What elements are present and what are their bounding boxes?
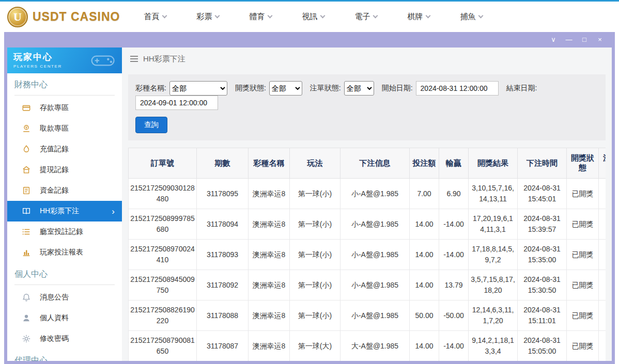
sidebar-item-funds-record[interactable]: 資金記錄 [7,180,122,201]
cell-period: 31178093 [197,240,249,270]
cell-bet-time: 2024-08-31 15:05:00 [518,331,567,361]
chevron-right-icon: › [112,207,115,216]
draw-status-select[interactable]: 全部 [269,81,302,96]
app-window: ∨—□× 玩家中心 PLAYERS CENTER 財務中心存款專區取款專區充值記… [4,32,615,364]
filter-label: 注單狀態: [310,84,341,93]
cell-bet-amount: 7.00 [410,179,439,209]
player-report-icon [22,248,31,257]
column-header-draw-result: 開獎結果 [469,148,518,179]
cell-bet-status: 有效 [599,300,606,331]
search-button[interactable]: 查詢 [135,117,167,133]
cell-bet-info: 小-A盤@1.985 [341,240,410,270]
sidebar-item-announcements[interactable]: 消息公告 [7,287,122,308]
recharge-record-icon [22,145,31,154]
sidebar-item-player-bet-report[interactable]: 玩家投注報表 [7,242,122,263]
sidebar-item-profile[interactable]: 個人資料 [7,308,122,328]
chevron-down-icon [373,13,378,19]
sidebar-item-label: 資金記錄 [40,186,69,195]
cell-bet-info: 小-A盤@1.985 [341,300,410,331]
sidebar-section-label: 個人中心 [14,269,115,280]
start-date-input[interactable] [416,81,499,96]
nav-item[interactable]: 體育 [249,12,272,22]
cell-play-type: 第一球(小) [290,209,341,240]
sidebar: 玩家中心 PLAYERS CENTER 財務中心存款專區取款專區充值記錄提現記錄… [7,48,122,361]
withdraw-icon [22,124,31,133]
cell-win-loss: -14.00 [439,240,469,270]
nav-item[interactable]: 彩票 [196,12,219,22]
sidebar-item-label: 消息公告 [40,293,69,302]
page-header: HH彩票下注 [122,48,612,70]
main-content: HH彩票下注 彩種名稱:全部開獎狀態:全部注單狀態:全部開始日期:結束日期: 查… [122,48,612,361]
sidebar-section-header: 財務中心 [14,80,115,96]
password-icon [22,334,31,343]
sidebar-item-withdraw[interactable]: 取款專區 [7,118,122,139]
cell-bet-status: 有效 [599,209,606,240]
cell-draw-result: 17,18,8,14,5,9,7,2 [469,240,518,270]
table-row: 215217250879008165031178087澳洲幸运8第一球(大)大-… [129,331,606,361]
cell-draw-result: 3,5,7,15,8,17,18,20 [469,270,518,300]
lottery-select[interactable]: 全部 [169,81,227,96]
sidebar-item-change-password[interactable]: 修改密碼 [7,328,122,349]
sidebar-header: 玩家中心 PLAYERS CENTER [7,48,122,73]
window-minimize-button[interactable]: — [561,32,577,48]
cell-order-no: 2152172508945009750 [129,270,197,300]
cell-win-loss: -14.00 [439,209,469,240]
cell-bet-time: 2024-08-31 15:39:57 [518,209,567,240]
end-date-input[interactable] [135,96,218,110]
nav-item-label: 首頁 [144,12,159,22]
cell-draw-status: 已開獎 [567,300,599,331]
sidebar-item-withdrawal-record[interactable]: 提現記錄 [7,160,122,180]
nav-item-label: 棋牌 [407,12,423,22]
chevron-down-icon [320,13,326,19]
window-close-button[interactable]: × [592,32,608,48]
window-collapse-button[interactable]: ∨ [546,32,561,48]
bets-table: 訂單號期數彩種名稱玩法下注信息投注額輸贏開獎結果下注時間開獎狀態注單狀態 215… [128,148,606,361]
filter-label: 結束日期: [506,84,537,93]
cell-bet-info: 大-A盤@1.985 [341,331,410,361]
logo[interactable]: U USDT CASINO [7,7,120,27]
cell-lottery-name: 澳洲幸运8 [249,331,290,361]
sidebar-item-room-bet-record[interactable]: 廳室投註記錄 [7,221,122,242]
gamepad-icon [89,51,118,70]
sidebar-item-hh-lottery-bets[interactable]: HH彩票下注› [7,201,122,221]
room-bet-record-icon [22,227,31,236]
menu-toggle-icon[interactable] [130,56,138,62]
column-header-draw-status: 開獎狀態 [567,148,599,179]
nav-item[interactable]: 捕魚 [460,12,483,22]
cell-bet-amount: 14.00 [410,331,439,361]
column-header-bet-time: 下注時間 [518,148,567,179]
nav-item[interactable]: 首頁 [144,12,166,22]
sidebar-item-label: 玩家投注報表 [40,248,83,257]
filter-label: 開始日期: [382,84,413,93]
cell-play-type: 第一球(小) [290,270,341,300]
sidebar-item-label: 存款專區 [40,103,69,113]
nav-item[interactable]: 棋牌 [407,12,430,22]
cell-period: 31178088 [197,300,249,331]
nav-item[interactable]: 視訊 [302,12,324,22]
cell-bet-amount: 14.00 [410,270,439,300]
chevron-down-icon [162,13,167,19]
sidebar-item-label: 修改密碼 [40,334,69,343]
column-header-lottery-name: 彩種名稱 [249,148,290,179]
sidebar-item-recharge-record[interactable]: 充值記錄 [7,139,122,160]
nav-item-label: 彩票 [196,12,212,22]
nav-item-label: 視訊 [302,12,317,22]
sidebar-item-deposit[interactable]: 存款專區 [7,98,122,118]
cell-draw-status: 已開獎 [567,240,599,270]
nav-item[interactable]: 電子 [354,12,377,22]
logo-text: USDT CASINO [33,10,120,24]
cell-win-loss: -14.00 [439,331,469,361]
chevron-down-icon [215,13,220,19]
column-header-order-no: 訂單號 [129,148,197,179]
cell-bet-status: 有效 [599,240,606,270]
chevron-down-icon [268,13,273,19]
table-row: 215217250899978568031178094澳洲幸运8第一球(小)小-… [129,209,606,240]
table-row: 215217250903012848031178095澳洲幸运8第一球(小)小-… [129,179,606,209]
cell-draw-status: 已開獎 [567,331,599,361]
window-maximize-button[interactable]: □ [577,32,592,48]
cell-bet-status: 有效 [599,270,606,300]
filter-label: 彩種名稱: [135,84,166,93]
sidebar-section-header: 代理中心 [14,355,115,361]
announcement-icon [22,293,31,302]
bet-status-select[interactable]: 全部 [344,81,374,96]
